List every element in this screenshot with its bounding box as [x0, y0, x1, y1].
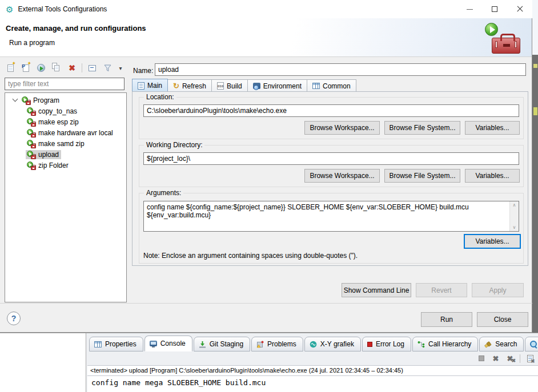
arguments-scrollbar[interactable]: ∧ ∨ — [509, 201, 519, 231]
export-sphere-icon — [37, 64, 45, 72]
tab-label: Environment — [263, 82, 302, 90]
location-browse-workspace-button[interactable]: Browse Workspace... — [304, 121, 380, 135]
prototype-letter-icon: P — [22, 64, 25, 69]
run-button[interactable]: Run — [421, 312, 472, 327]
tab-error-log[interactable]: Error Log — [362, 337, 411, 351]
tab-search[interactable]: Search — [479, 337, 524, 351]
tab-label: Search — [495, 340, 517, 348]
tree-item-label: make hardware avr local — [38, 129, 113, 137]
working-directory-input[interactable] — [143, 152, 519, 165]
close-window-button[interactable] — [507, 0, 532, 18]
tab-console[interactable]: Console — [144, 336, 192, 351]
location-input[interactable] — [143, 104, 519, 117]
git-staging-icon — [199, 341, 206, 348]
menu-arrow-icon: ▾ — [119, 65, 122, 71]
location-browse-filesystem-button[interactable]: Browse File System... — [384, 121, 460, 135]
export-configurations-button[interactable] — [35, 62, 47, 74]
program-launch-icon — [22, 96, 30, 104]
view-tab-bar: Properties Console Git Staging Problems — [89, 336, 538, 351]
tree-item-zip-folder[interactable]: zip Folder — [5, 160, 126, 171]
tab-properties[interactable]: Properties — [89, 337, 143, 351]
revert-button[interactable]: Revert — [416, 283, 467, 297]
show-command-line-button[interactable]: Show Command Line — [342, 283, 411, 297]
tab-build[interactable]: 010 Build — [212, 79, 248, 92]
workdir-browse-filesystem-button[interactable]: Browse File System... — [384, 169, 460, 183]
background-fragment — [533, 64, 537, 68]
tab-refresh[interactable]: ↻ Refresh — [168, 79, 212, 92]
workdir-variables-button[interactable]: Variables... — [465, 169, 520, 183]
tab-label: Error Log — [376, 340, 404, 348]
remove-all-terminated-button[interactable]: ✖ ✖ — [505, 354, 515, 363]
banner-subtitle: Run a program — [9, 39, 55, 47]
properties-icon — [94, 341, 102, 347]
arguments-note: Note: Enclose an argument containing spa… — [143, 252, 358, 260]
doc-x-overlay-icon: ✖ — [531, 358, 535, 364]
toolbar-separator — [520, 354, 520, 363]
new-configuration-button[interactable]: ✦ — [5, 62, 16, 74]
common-tab-icon — [312, 83, 320, 89]
window-title: External Tools Configurations — [18, 5, 107, 13]
filter-configurations-button[interactable] — [102, 62, 113, 74]
tree-item-copy-to-nas[interactable]: copy_to_nas — [5, 106, 126, 116]
arguments-variables-button[interactable]: Variables... — [464, 234, 521, 249]
tab-git-staging[interactable]: Git Staging — [194, 337, 250, 351]
tree-item-make-esp-zip[interactable]: make esp zip — [5, 116, 126, 127]
delete-configuration-button[interactable]: ✖ — [66, 62, 78, 74]
tree-item-make-hardware-avr-local[interactable]: make hardware avr local — [5, 127, 126, 138]
tab-common[interactable]: Common — [307, 79, 356, 92]
tree-item-label: make samd zip — [38, 140, 85, 148]
tab-xy-grafiek[interactable]: X-Y grafiek — [304, 337, 361, 351]
program-launch-icon — [27, 151, 35, 159]
search-flashlight-icon — [484, 341, 492, 348]
scroll-up-icon[interactable]: ∧ — [513, 203, 516, 208]
serial-monitor-icon — [530, 341, 537, 348]
collapse-all-icon — [89, 65, 96, 71]
duplicate-configuration-button[interactable] — [51, 62, 62, 74]
new-prototype-button[interactable]: P ✦ — [20, 62, 31, 74]
tab-label: X-Y grafiek — [320, 340, 354, 348]
filter-input[interactable] — [5, 78, 125, 90]
ide-bottom-panel: Properties Console Git Staging Problems — [0, 333, 538, 392]
new-star-icon: ✦ — [27, 61, 31, 66]
toolbar-separator — [82, 63, 82, 72]
tab-call-hierarchy[interactable]: Call Hierarchy — [412, 337, 478, 351]
tree-item-program[interactable]: Program — [5, 95, 126, 106]
apply-button[interactable]: Apply — [472, 283, 524, 297]
arguments-textarea[interactable]: config name ${config_name:${project_name… — [144, 201, 509, 231]
location-label: Location: — [144, 93, 176, 101]
name-label: Name: — [133, 67, 153, 75]
maximize-button[interactable] — [482, 0, 507, 18]
environment-icon — [253, 83, 260, 89]
tab-serial-monitor[interactable]: Serial monitor view — [525, 337, 538, 351]
tree-item-make-samd-zip[interactable]: make samd zip — [5, 138, 126, 149]
collapse-all-button[interactable] — [86, 62, 98, 74]
tab-main[interactable]: Main — [132, 79, 168, 92]
console-icon — [150, 341, 157, 346]
name-input[interactable] — [155, 63, 526, 76]
console-toolbar: ✖ ✖ ✖ ✖ — [477, 352, 535, 365]
filter-funnel-icon — [104, 64, 111, 72]
view-menu-button[interactable]: ▾ — [117, 62, 124, 74]
help-button[interactable]: ? — [7, 312, 21, 325]
main-tab-icon — [138, 82, 144, 90]
tab-environment[interactable]: Environment — [248, 79, 307, 92]
tab-label: Common — [323, 82, 351, 90]
workdir-browse-workspace-button[interactable]: Browse Workspace... — [304, 169, 380, 183]
tab-problems[interactable]: Problems — [251, 337, 303, 351]
tree-item-label: zip Folder — [38, 161, 69, 169]
tree-item-label: copy_to_nas — [38, 107, 77, 115]
tab-label: Build — [227, 82, 242, 90]
remove-launch-button[interactable]: ✖ — [491, 354, 500, 363]
location-variables-button[interactable]: Variables... — [465, 121, 520, 135]
tree-item-upload[interactable]: upload — [5, 149, 126, 160]
tree-item-label: upload — [38, 151, 59, 159]
launch-config-tree: Program copy_to_nas make esp zip make ha… — [5, 92, 127, 302]
minimize-button[interactable] — [457, 0, 482, 18]
terminate-button[interactable] — [477, 354, 486, 363]
external-tools-dialog: ⚙ External Tools Configurations Create, … — [0, 0, 532, 333]
open-console-button[interactable]: ✖ — [525, 354, 535, 363]
close-button[interactable]: Close — [477, 312, 528, 327]
scroll-down-icon[interactable]: ∨ — [513, 225, 516, 230]
chevron-down-icon[interactable] — [13, 96, 18, 102]
config-tab-bar: Main ↻ Refresh 010 Build Environment Com… — [132, 79, 356, 92]
